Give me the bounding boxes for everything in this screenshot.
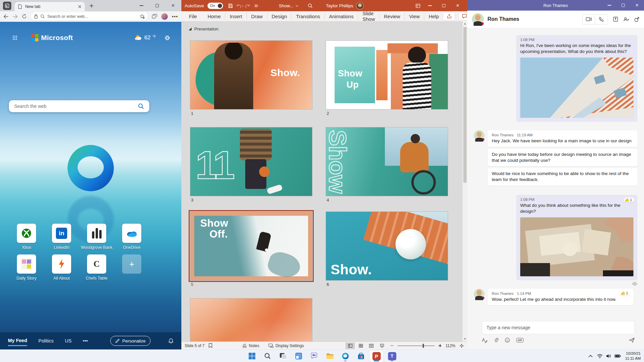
pop-out-icon[interactable]	[634, 17, 639, 22]
video-call-icon[interactable]	[582, 15, 595, 24]
ribbon-display-options-icon[interactable]	[414, 1, 422, 10]
search-submit-icon[interactable]	[138, 103, 144, 109]
browser-menu-icon[interactable]: •••	[172, 14, 178, 19]
emoji-icon[interactable]	[505, 338, 510, 343]
scroll-up-icon[interactable]: ▲	[463, 22, 467, 25]
gif-icon[interactable]: GIF	[516, 338, 524, 342]
quick-link-onedrive[interactable]: OneDrive	[114, 224, 149, 250]
feed-tab-more[interactable]: •••	[83, 336, 88, 345]
quick-link-woodgrove-bank[interactable]: Woodgrove Bank	[79, 224, 114, 250]
scroll-down-icon[interactable]: ▼	[463, 338, 467, 340]
thumbs-up-reaction[interactable]: 1	[620, 291, 630, 295]
refresh-icon[interactable]	[22, 14, 27, 19]
message-input[interactable]: Type a new message	[482, 321, 635, 334]
accessibility-flag-icon[interactable]	[208, 343, 212, 348]
taskbar-powerpoint-button[interactable]: P	[370, 350, 383, 362]
zoom-in-icon[interactable]	[438, 344, 441, 347]
teams-maximize-button[interactable]	[616, 0, 630, 11]
share-file-icon[interactable]	[613, 17, 618, 22]
chat-button[interactable]	[308, 350, 321, 362]
tab-slide-show[interactable]: Slide Show	[358, 13, 380, 20]
slide-thumbnail-3[interactable]: 11	[190, 127, 312, 196]
tab-animations[interactable]: Animations	[325, 13, 358, 20]
task-view-button[interactable]	[277, 350, 290, 362]
file-explorer-button[interactable]	[323, 350, 337, 362]
taskbar-edge-button[interactable]	[339, 350, 352, 362]
teams-minimize-button[interactable]	[602, 0, 616, 11]
contact-avatar[interactable]	[472, 13, 484, 25]
widgets-button[interactable]	[292, 350, 305, 362]
microsoft-logo[interactable]: Microsoft	[31, 34, 73, 42]
microsoft-store-button[interactable]	[354, 350, 368, 362]
scrollbar-thumb[interactable]	[463, 27, 467, 183]
tab-design[interactable]: Design	[267, 13, 292, 20]
architecture-model-image[interactable]	[520, 217, 633, 276]
fit-slide-icon[interactable]	[459, 343, 464, 348]
quick-link-xbox[interactable]: Xbox	[9, 224, 44, 250]
start-button[interactable]	[246, 350, 259, 362]
collections-icon[interactable]	[152, 14, 157, 19]
taskbar-teams-button[interactable]: T	[386, 350, 399, 362]
clock[interactable]: 10/20/21 11:11 AM	[625, 351, 641, 361]
edge-minimize-button[interactable]	[135, 1, 148, 10]
tab-view[interactable]: View	[405, 13, 424, 20]
feed-tab-politics[interactable]: Politics	[38, 336, 54, 345]
taskbar-search-button[interactable]	[261, 350, 274, 362]
section-header[interactable]: Presentation	[189, 26, 218, 31]
sorter-scrollbar[interactable]: ▲ ▼	[462, 21, 467, 341]
zoom-slider[interactable]	[397, 345, 435, 346]
thumbs-up-reaction[interactable]: 1	[624, 198, 634, 202]
redo-icon[interactable]	[243, 1, 252, 10]
save-icon[interactable]	[226, 1, 235, 10]
account-user[interactable]: Taylor Phillips	[326, 2, 364, 10]
reading-view-button[interactable]	[367, 342, 376, 349]
quick-link-chefs-table[interactable]: C Chefs Table	[79, 254, 114, 281]
tab-transitions[interactable]: Transitions	[292, 13, 325, 20]
attach-icon[interactable]	[494, 338, 498, 343]
quick-link-linkedin[interactable]: in LinkedIn	[44, 224, 79, 250]
share-button[interactable]	[443, 12, 455, 21]
browser-profile-avatar[interactable]	[161, 13, 168, 20]
more-commands-icon[interactable]	[252, 1, 260, 10]
tab-help[interactable]: Help	[424, 13, 443, 20]
personalize-button[interactable]: Personalize	[110, 336, 151, 346]
address-bar[interactable]: Search or enter web...	[31, 12, 148, 21]
edge-maximize-button[interactable]	[151, 1, 163, 10]
send-icon[interactable]	[629, 338, 635, 343]
building-facade-image[interactable]	[520, 58, 633, 118]
new-tab-button[interactable]	[89, 4, 94, 8]
forward-icon[interactable]	[13, 14, 18, 19]
tab-home[interactable]: Home	[203, 13, 225, 20]
web-search-box[interactable]: Search the web	[9, 100, 149, 112]
slide-thumbnail-6[interactable]: Show.	[326, 212, 448, 280]
ppt-minimize-button[interactable]	[424, 1, 436, 10]
display-settings-button[interactable]: Display Settings	[268, 343, 304, 348]
tab-actions-menu-icon[interactable]	[3, 2, 11, 10]
format-icon[interactable]	[482, 338, 487, 343]
ppt-close-button[interactable]: ×	[451, 1, 464, 10]
feed-tab-my-feed[interactable]: My Feed	[8, 336, 27, 346]
browser-tab[interactable]: New tab	[15, 2, 85, 11]
tab-close-icon[interactable]	[78, 5, 81, 8]
ppt-search-icon[interactable]	[306, 1, 315, 10]
tab-insert[interactable]: Insert	[225, 13, 247, 20]
tab-file[interactable]: File	[185, 13, 201, 20]
quick-link-daily-story[interactable]: Daily Story	[9, 254, 44, 281]
slide-thumbnail-1[interactable]: Show.	[190, 41, 312, 109]
add-quick-link[interactable]: +	[114, 254, 149, 281]
edge-close-button[interactable]: ×	[167, 1, 179, 10]
apps-grid-icon[interactable]	[13, 35, 17, 40]
zoom-level[interactable]: 112%	[445, 343, 455, 348]
zoom-slider-thumb[interactable]	[423, 344, 424, 348]
feed-tab-us[interactable]: US	[65, 336, 71, 345]
normal-view-button[interactable]	[345, 342, 355, 349]
weather-widget[interactable]: 62 °F	[134, 34, 156, 41]
autosave-toggle[interactable]: On	[207, 3, 223, 9]
teams-close-button[interactable]: ×	[630, 0, 644, 11]
slide-sorter-view-button[interactable]	[356, 342, 365, 349]
slide-thumbnail-7[interactable]	[190, 298, 312, 341]
page-settings-gear-icon[interactable]	[164, 35, 170, 41]
favorite-star-icon[interactable]	[140, 14, 145, 19]
tray-chevron-icon[interactable]	[588, 355, 593, 357]
slide-show-button[interactable]	[377, 342, 387, 349]
